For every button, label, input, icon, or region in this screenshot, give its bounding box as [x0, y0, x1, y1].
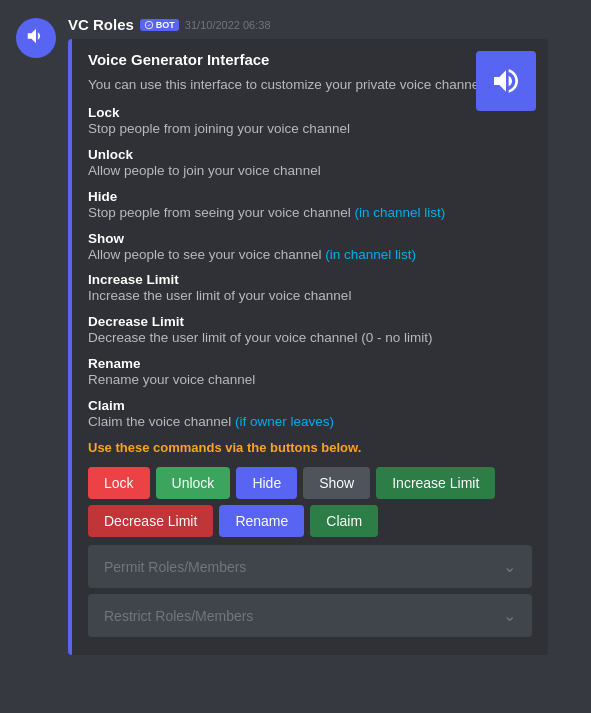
show-button[interactable]: Show	[303, 467, 370, 499]
increase-limit-button[interactable]: Increase Limit	[376, 467, 495, 499]
bot-badge: BOT	[140, 19, 179, 31]
feature-hide: Hide Stop people from seeing your voice …	[88, 189, 532, 223]
buttons-row-2: Decrease Limit Rename Claim	[88, 505, 532, 537]
lock-button[interactable]: Lock	[88, 467, 150, 499]
permit-chevron-down-icon: ⌄	[503, 557, 516, 576]
feature-unlock: Unlock Allow people to join your voice c…	[88, 147, 532, 181]
embed-thumbnail	[476, 51, 536, 111]
claim-button[interactable]: Claim	[310, 505, 378, 537]
permit-roles-label: Permit Roles/Members	[104, 559, 246, 575]
feature-show: Show Allow people to see your voice chan…	[88, 231, 532, 265]
feature-increase-limit: Increase Limit Increase the user limit o…	[88, 272, 532, 306]
permit-roles-dropdown[interactable]: Permit Roles/Members ⌄	[88, 545, 532, 588]
embed: Voice Generator Interface You can use th…	[68, 39, 548, 655]
avatar-speaker-icon	[25, 25, 47, 52]
avatar	[16, 18, 56, 58]
username: VC Roles	[68, 16, 134, 33]
restrict-roles-dropdown[interactable]: Restrict Roles/Members ⌄	[88, 594, 532, 637]
restrict-roles-label: Restrict Roles/Members	[104, 608, 253, 624]
speaker-icon	[490, 65, 522, 97]
rename-button[interactable]: Rename	[219, 505, 304, 537]
hide-button[interactable]: Hide	[236, 467, 297, 499]
feature-lock: Lock Stop people from joining your voice…	[88, 105, 532, 139]
feature-claim: Claim Claim the voice channel (if owner …	[88, 398, 532, 432]
embed-description: You can use this interface to customize …	[88, 76, 532, 95]
unlock-button[interactable]: Unlock	[156, 467, 231, 499]
message-header: VC Roles BOT 31/10/2022 06:38	[68, 16, 575, 33]
dropdown-row: Permit Roles/Members ⌄ Restrict Roles/Me…	[88, 545, 532, 637]
message-container: VC Roles BOT 31/10/2022 06:38 Voice Gene…	[0, 0, 591, 671]
decrease-limit-button[interactable]: Decrease Limit	[88, 505, 213, 537]
timestamp: 31/10/2022 06:38	[185, 19, 271, 31]
feature-decrease-limit: Decrease Limit Decrease the user limit o…	[88, 314, 532, 348]
embed-title: Voice Generator Interface	[88, 51, 532, 68]
message-content: VC Roles BOT 31/10/2022 06:38 Voice Gene…	[68, 16, 575, 655]
use-commands-note: Use these commands via the buttons below…	[88, 440, 532, 455]
restrict-chevron-down-icon: ⌄	[503, 606, 516, 625]
buttons-row-1: Lock Unlock Hide Show Increase Limit	[88, 467, 532, 499]
features-list: Lock Stop people from joining your voice…	[88, 105, 532, 432]
feature-rename: Rename Rename your voice channel	[88, 356, 532, 390]
